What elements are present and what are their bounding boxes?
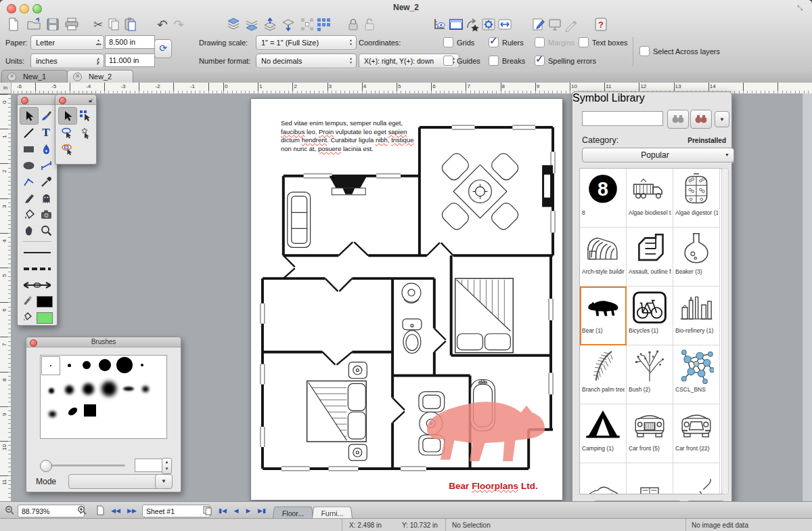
close-icon[interactable] bbox=[30, 339, 37, 347]
page-width-field[interactable]: 8.500 in bbox=[105, 35, 155, 49]
stroke-color-swatch[interactable] bbox=[37, 296, 53, 307]
select-points-tool[interactable] bbox=[76, 107, 93, 123]
close-icon[interactable] bbox=[21, 97, 28, 104]
window-view-icon[interactable] bbox=[448, 16, 464, 33]
vertical-ruler[interactable]: 01234567891011 bbox=[0, 93, 12, 501]
print-button[interactable] bbox=[64, 16, 80, 33]
screen-icon[interactable] bbox=[547, 16, 563, 33]
brush-size-stepper[interactable]: ▲▼ bbox=[162, 458, 172, 474]
align-icon[interactable] bbox=[299, 16, 315, 33]
text-boxes-checkbox[interactable]: Text boxes bbox=[579, 37, 628, 47]
symbol-cell[interactable]: Bio-refinery (1) bbox=[673, 286, 720, 345]
symbol-cell[interactable]: Camping (1) bbox=[580, 404, 627, 463]
symbol-cell[interactable]: 88 bbox=[580, 169, 627, 228]
zoom-level-combo[interactable]: 88.793%▲▼ bbox=[18, 505, 85, 517]
symbol-cell[interactable]: CSCL_BNS bbox=[673, 345, 720, 404]
resize-icon[interactable] bbox=[497, 16, 513, 33]
symbol-search-input[interactable] bbox=[582, 111, 663, 126]
send-to-back-icon[interactable] bbox=[244, 16, 260, 33]
direct-select-tool[interactable] bbox=[76, 125, 93, 141]
symbol-cell[interactable]: Beaker (3) bbox=[673, 228, 720, 286]
close-tab-icon[interactable]: ✕ bbox=[73, 72, 82, 81]
symbol-menu-button[interactable]: ▼ bbox=[715, 111, 729, 127]
symbol-cell[interactable]: Branch palm tree bbox=[580, 345, 627, 404]
spelling-errors-checkbox[interactable]: Spelling errors bbox=[535, 56, 596, 66]
brush-size-slider-thumb[interactable] bbox=[40, 460, 52, 472]
cut-icon[interactable]: ✂ bbox=[90, 16, 106, 33]
pen-tool[interactable] bbox=[37, 141, 55, 157]
symbol-cell-bear-selected[interactable]: Bear (1) bbox=[580, 286, 627, 345]
settings-icon[interactable] bbox=[480, 16, 497, 33]
send-backward-icon[interactable] bbox=[280, 16, 296, 33]
rulers-checkbox[interactable]: Rulers bbox=[489, 37, 524, 47]
category-select[interactable]: Popular▼ bbox=[582, 148, 734, 163]
unlock-icon[interactable] bbox=[361, 16, 378, 33]
symbol-cell[interactable] bbox=[673, 463, 720, 494]
new-sheet-icon[interactable] bbox=[95, 505, 106, 516]
copy-icon[interactable] bbox=[106, 16, 122, 33]
paper-select[interactable]: Letter▲▼ bbox=[30, 35, 104, 50]
symbol-grid-scrollbar[interactable] bbox=[721, 168, 729, 494]
next-sheet-icon[interactable]: ▶▶ bbox=[125, 505, 139, 516]
zoom-tool[interactable] bbox=[37, 222, 55, 238]
undo-icon[interactable]: ↶ bbox=[154, 16, 171, 33]
ghost-tool[interactable] bbox=[37, 190, 55, 206]
zoom-in-icon[interactable] bbox=[76, 505, 88, 516]
find-button[interactable] bbox=[667, 110, 689, 129]
close-tab-icon[interactable]: ✕ bbox=[7, 72, 16, 81]
symbol-cell[interactable]: Car front (22) bbox=[673, 404, 720, 463]
text-tool[interactable]: T bbox=[37, 125, 55, 141]
next-page-icon[interactable]: ▶ bbox=[244, 505, 253, 516]
drawing-scale-select[interactable]: 1" = 1" (Full Size)▲▼ bbox=[256, 35, 357, 50]
rotate-page-button[interactable]: ⟳ bbox=[154, 39, 172, 58]
margins-checkbox[interactable]: Margins bbox=[535, 37, 574, 47]
new-document-button[interactable] bbox=[5, 16, 22, 33]
brushes-palette-titlebar[interactable]: Brushes bbox=[26, 337, 181, 347]
vertex-line-tool[interactable] bbox=[20, 173, 37, 190]
previous-sheet-icon[interactable]: ◀◀ bbox=[108, 505, 123, 516]
lasso-rect-select-tool[interactable] bbox=[58, 141, 76, 157]
rectangle-tool[interactable] bbox=[20, 141, 37, 157]
line-style-solid[interactable] bbox=[18, 245, 57, 261]
help-button[interactable]: ? bbox=[593, 16, 609, 33]
symbol-library-titlebar[interactable]: Symbol Library bbox=[572, 92, 731, 103]
guides-checkbox[interactable]: Guides bbox=[443, 56, 480, 66]
eyedropper-tool[interactable] bbox=[37, 173, 55, 190]
page-height-field[interactable]: 11.000 in bbox=[105, 54, 155, 67]
marker-tool[interactable] bbox=[20, 190, 37, 206]
tab-new-2[interactable]: ✕ New_2 bbox=[67, 70, 133, 83]
measure-view-icon[interactable] bbox=[432, 16, 448, 33]
annotate-icon[interactable] bbox=[563, 16, 579, 33]
units-select[interactable]: inches▲▼ bbox=[30, 54, 104, 68]
camera-tool[interactable] bbox=[37, 206, 55, 222]
lasso-select-tool[interactable] bbox=[58, 125, 76, 141]
find-again-button[interactable] bbox=[690, 110, 712, 129]
tools-palette-titlebar[interactable] bbox=[18, 95, 57, 105]
brush-preview-grid[interactable] bbox=[40, 355, 167, 439]
stroke-color-tool[interactable] bbox=[22, 295, 33, 308]
selection-palette-titlebar[interactable]: 🔓︎ bbox=[55, 95, 96, 105]
tab-new-1[interactable]: ✕ New_1 bbox=[1, 70, 68, 83]
number-format-select[interactable]: No decimals▲▼ bbox=[256, 54, 357, 68]
symbol-cell[interactable]: Assault, outline fi bbox=[627, 228, 673, 286]
bring-to-front-icon[interactable] bbox=[225, 16, 242, 33]
mode-select[interactable]: ▲▼ bbox=[68, 474, 165, 489]
hand-tool[interactable] bbox=[20, 222, 37, 238]
bear-floorplans-caption[interactable]: Bear Floorplans Ltd. bbox=[426, 481, 561, 491]
zoom-out-icon[interactable] bbox=[3, 505, 16, 516]
symbol-cell[interactable]: Algae digestor (1) bbox=[673, 169, 720, 228]
grids-checkbox[interactable]: Grids bbox=[443, 37, 474, 47]
symbol-cell-bicycles[interactable]: Bicycles (1) bbox=[627, 286, 673, 345]
paste-icon[interactable] bbox=[122, 16, 138, 33]
brush-tool[interactable] bbox=[37, 107, 55, 123]
brush-selected-cell[interactable] bbox=[41, 356, 60, 375]
distribute-icon[interactable] bbox=[315, 16, 332, 33]
symbol-cell[interactable]: Bush (2) bbox=[627, 345, 673, 404]
first-page-icon[interactable]: ▮◀ bbox=[217, 505, 229, 516]
fill-color-swatch[interactable] bbox=[37, 312, 53, 324]
select-across-layers-checkbox[interactable]: Select Across layers bbox=[639, 46, 720, 56]
symbol-cell[interactable]: Algae biodiesel tr bbox=[627, 169, 673, 228]
previous-page-icon[interactable]: ◀ bbox=[231, 505, 241, 516]
breaks-checkbox[interactable]: Breaks bbox=[489, 56, 525, 66]
line-style-dashed[interactable] bbox=[18, 261, 57, 277]
